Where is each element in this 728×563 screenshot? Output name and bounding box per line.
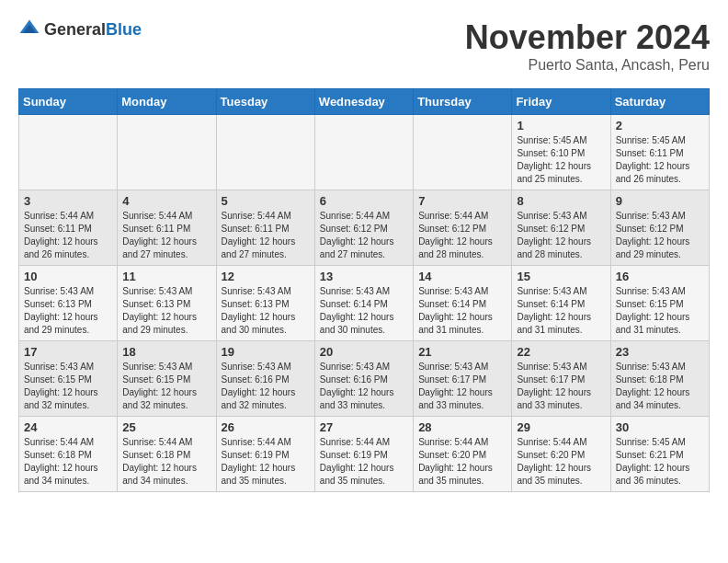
calendar-week-row: 24Sunrise: 5:44 AM Sunset: 6:18 PM Dayli… xyxy=(19,417,710,492)
day-info: Sunrise: 5:43 AM Sunset: 6:13 PM Dayligh… xyxy=(24,285,112,337)
logo-general: General xyxy=(44,20,106,39)
day-info: Sunrise: 5:44 AM Sunset: 6:20 PM Dayligh… xyxy=(418,436,506,488)
table-row: 17Sunrise: 5:43 AM Sunset: 6:15 PM Dayli… xyxy=(19,341,118,417)
calendar-week-row: 17Sunrise: 5:43 AM Sunset: 6:15 PM Dayli… xyxy=(19,341,710,417)
table-row: 21Sunrise: 5:43 AM Sunset: 6:17 PM Dayli… xyxy=(414,341,512,417)
table-row xyxy=(118,115,216,190)
header-saturday: Saturday xyxy=(610,89,709,115)
table-row xyxy=(414,115,512,190)
table-row: 7Sunrise: 5:44 AM Sunset: 6:12 PM Daylig… xyxy=(414,190,512,266)
table-row: 9Sunrise: 5:43 AM Sunset: 6:12 PM Daylig… xyxy=(610,190,709,266)
location-subtitle: Puerto Santa, Ancash, Peru xyxy=(465,57,710,74)
day-number: 28 xyxy=(418,420,506,434)
day-number: 25 xyxy=(122,420,210,434)
day-number: 11 xyxy=(122,270,210,283)
day-info: Sunrise: 5:44 AM Sunset: 6:20 PM Dayligh… xyxy=(517,436,605,488)
table-row: 2Sunrise: 5:45 AM Sunset: 6:11 PM Daylig… xyxy=(610,115,709,190)
day-number: 2 xyxy=(616,119,704,132)
day-info: Sunrise: 5:43 AM Sunset: 6:18 PM Dayligh… xyxy=(616,361,704,412)
day-info: Sunrise: 5:44 AM Sunset: 6:18 PM Dayligh… xyxy=(122,436,210,488)
day-number: 9 xyxy=(616,194,704,208)
table-row: 27Sunrise: 5:44 AM Sunset: 6:19 PM Dayli… xyxy=(314,417,413,492)
header-tuesday: Tuesday xyxy=(216,89,314,115)
title-section: November 2024 Puerto Santa, Ancash, Peru xyxy=(465,18,710,74)
logo-blue: Blue xyxy=(106,20,142,39)
calendar-week-row: 3Sunrise: 5:44 AM Sunset: 6:11 PM Daylig… xyxy=(19,190,710,266)
day-info: Sunrise: 5:43 AM Sunset: 6:12 PM Dayligh… xyxy=(616,210,704,261)
day-number: 16 xyxy=(616,270,704,283)
day-number: 19 xyxy=(222,345,310,359)
table-row: 22Sunrise: 5:43 AM Sunset: 6:17 PM Dayli… xyxy=(512,341,610,417)
day-number: 22 xyxy=(517,345,605,359)
table-row: 12Sunrise: 5:43 AM Sunset: 6:13 PM Dayli… xyxy=(216,266,314,341)
day-info: Sunrise: 5:43 AM Sunset: 6:13 PM Dayligh… xyxy=(122,285,210,337)
day-number: 23 xyxy=(616,345,704,359)
day-info: Sunrise: 5:43 AM Sunset: 6:14 PM Dayligh… xyxy=(320,285,408,337)
table-row: 10Sunrise: 5:43 AM Sunset: 6:13 PM Dayli… xyxy=(19,266,118,341)
day-number: 7 xyxy=(418,194,506,208)
table-row: 26Sunrise: 5:44 AM Sunset: 6:19 PM Dayli… xyxy=(216,417,314,492)
day-info: Sunrise: 5:44 AM Sunset: 6:19 PM Dayligh… xyxy=(222,436,310,488)
logo: GeneralBlue xyxy=(18,18,142,40)
day-info: Sunrise: 5:43 AM Sunset: 6:16 PM Dayligh… xyxy=(222,361,310,412)
day-number: 10 xyxy=(24,270,112,283)
day-info: Sunrise: 5:44 AM Sunset: 6:11 PM Dayligh… xyxy=(222,210,310,261)
table-row: 25Sunrise: 5:44 AM Sunset: 6:18 PM Dayli… xyxy=(118,417,216,492)
day-number: 1 xyxy=(517,119,605,132)
day-info: Sunrise: 5:45 AM Sunset: 6:21 PM Dayligh… xyxy=(616,436,704,488)
table-row xyxy=(216,115,314,190)
table-row: 5Sunrise: 5:44 AM Sunset: 6:11 PM Daylig… xyxy=(216,190,314,266)
calendar-table: Sunday Monday Tuesday Wednesday Thursday… xyxy=(18,88,710,492)
day-info: Sunrise: 5:43 AM Sunset: 6:15 PM Dayligh… xyxy=(616,285,704,337)
day-number: 30 xyxy=(616,420,704,434)
table-row: 16Sunrise: 5:43 AM Sunset: 6:15 PM Dayli… xyxy=(610,266,709,341)
table-row: 23Sunrise: 5:43 AM Sunset: 6:18 PM Dayli… xyxy=(610,341,709,417)
day-info: Sunrise: 5:44 AM Sunset: 6:11 PM Dayligh… xyxy=(122,210,210,261)
table-row: 20Sunrise: 5:43 AM Sunset: 6:16 PM Dayli… xyxy=(314,341,413,417)
day-info: Sunrise: 5:44 AM Sunset: 6:12 PM Dayligh… xyxy=(418,210,506,261)
day-info: Sunrise: 5:43 AM Sunset: 6:13 PM Dayligh… xyxy=(222,285,310,337)
day-info: Sunrise: 5:43 AM Sunset: 6:15 PM Dayligh… xyxy=(24,361,112,412)
day-info: Sunrise: 5:45 AM Sunset: 6:10 PM Dayligh… xyxy=(517,134,605,186)
table-row: 11Sunrise: 5:43 AM Sunset: 6:13 PM Dayli… xyxy=(118,266,216,341)
day-number: 13 xyxy=(320,270,408,283)
day-info: Sunrise: 5:44 AM Sunset: 6:18 PM Dayligh… xyxy=(24,436,112,488)
header-friday: Friday xyxy=(512,89,610,115)
day-number: 26 xyxy=(222,420,310,434)
logo-wordmark: GeneralBlue xyxy=(44,20,142,40)
calendar-week-row: 1Sunrise: 5:45 AM Sunset: 6:10 PM Daylig… xyxy=(19,115,710,190)
day-number: 18 xyxy=(122,345,210,359)
day-number: 8 xyxy=(517,194,605,208)
header-wednesday: Wednesday xyxy=(314,89,413,115)
day-info: Sunrise: 5:44 AM Sunset: 6:19 PM Dayligh… xyxy=(320,436,408,488)
table-row: 19Sunrise: 5:43 AM Sunset: 6:16 PM Dayli… xyxy=(216,341,314,417)
day-number: 21 xyxy=(418,345,506,359)
day-info: Sunrise: 5:43 AM Sunset: 6:16 PM Dayligh… xyxy=(320,361,408,412)
table-row xyxy=(314,115,413,190)
day-number: 3 xyxy=(24,194,112,208)
day-number: 17 xyxy=(24,345,112,359)
day-number: 4 xyxy=(122,194,210,208)
day-number: 24 xyxy=(24,420,112,434)
table-row: 13Sunrise: 5:43 AM Sunset: 6:14 PM Dayli… xyxy=(314,266,413,341)
logo-icon xyxy=(18,18,40,40)
table-row: 3Sunrise: 5:44 AM Sunset: 6:11 PM Daylig… xyxy=(19,190,118,266)
table-row: 18Sunrise: 5:43 AM Sunset: 6:15 PM Dayli… xyxy=(118,341,216,417)
day-info: Sunrise: 5:43 AM Sunset: 6:15 PM Dayligh… xyxy=(122,361,210,412)
table-row: 29Sunrise: 5:44 AM Sunset: 6:20 PM Dayli… xyxy=(512,417,610,492)
day-number: 14 xyxy=(418,270,506,283)
header-sunday: Sunday xyxy=(19,89,118,115)
day-number: 12 xyxy=(222,270,310,283)
day-info: Sunrise: 5:45 AM Sunset: 6:11 PM Dayligh… xyxy=(616,134,704,186)
table-row: 6Sunrise: 5:44 AM Sunset: 6:12 PM Daylig… xyxy=(314,190,413,266)
table-row: 8Sunrise: 5:43 AM Sunset: 6:12 PM Daylig… xyxy=(512,190,610,266)
table-row: 14Sunrise: 5:43 AM Sunset: 6:14 PM Dayli… xyxy=(414,266,512,341)
day-number: 6 xyxy=(320,194,408,208)
header-monday: Monday xyxy=(118,89,216,115)
day-number: 29 xyxy=(517,420,605,434)
day-number: 5 xyxy=(222,194,310,208)
header-thursday: Thursday xyxy=(414,89,512,115)
day-info: Sunrise: 5:44 AM Sunset: 6:11 PM Dayligh… xyxy=(24,210,112,261)
calendar-week-row: 10Sunrise: 5:43 AM Sunset: 6:13 PM Dayli… xyxy=(19,266,710,341)
day-number: 20 xyxy=(320,345,408,359)
